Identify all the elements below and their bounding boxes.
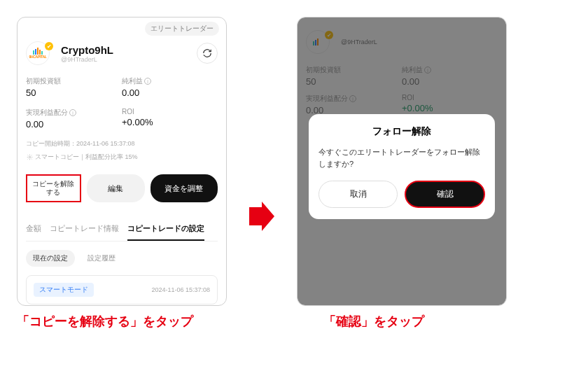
trader-name: Crypto9hL [61,44,113,56]
caption-left: 「コピーを解除する」をタップ [17,313,227,330]
adjust-funds-button[interactable]: 資金を調整 [150,174,218,202]
stat-label-realized: 実現利益配分 i [26,108,122,118]
tab-copy-settings[interactable]: コピートレードの設定 [127,218,204,241]
verified-icon: ✔ [45,42,53,50]
elite-trader-badge: エリートトレーダー [145,22,219,36]
tutorial-container: エリートトレーダー 9HCAPITAL ✔ Crypto9hL @9HTrade… [17,17,571,306]
svg-rect-1 [35,49,36,55]
stats-row-2: 実現利益配分 i 0.00 ROI +0.00% [26,108,218,130]
trader-handle: @9HTraderL [61,56,113,63]
card-timestamp: 2024-11-06 15:37:08 [151,286,210,293]
caption-right: 「確認」をタップ [323,313,533,330]
smart-copy-info: スマートコピー｜利益配分比率 15% [26,153,218,162]
phone-right: ✔ @9HTraderL 初期投資額50 純利益 i0.00 実現利益配分 i0… [297,17,507,306]
action-buttons: コピーを解除する 編集 資金を調整 [26,174,218,202]
main-tabs: 金額 コピートレード情報 コピートレードの設定 [26,218,218,241]
arrow-icon [249,202,274,234]
tab-copy-info[interactable]: コピートレード情報 [50,218,119,241]
unfollow-modal: フォロー解除 今すぐこのエリートトレーダーをフォロー解除しますか? 取消 確認 [309,114,495,219]
captions-row: 「コピーを解除する」をタップ 「確認」をタップ [17,313,571,330]
settings-card: スマートモード 2024-11-06 15:37:08 [26,275,218,304]
tab-amount[interactable]: 金額 [26,218,41,241]
stat-label-initial: 初期投資額 [26,76,122,86]
modal-body: 今すぐこのエリートトレーダーをフォロー解除しますか? [318,146,485,169]
modal-title: フォロー解除 [318,125,485,138]
stats-row-1: 初期投資額 50 純利益 i 0.00 [26,76,218,98]
stat-value-roi: +0.00% [122,117,218,127]
stat-value-realized: 0.00 [26,119,122,130]
refresh-icon [202,48,212,58]
stat-label-profit: 純利益 i [122,76,218,86]
trader-header: 9HCAPITAL ✔ Crypto9hL @9HTraderL [26,41,218,65]
edit-button[interactable]: 編集 [87,174,145,202]
modal-confirm-button[interactable]: 確認 [405,181,485,208]
subtab-current[interactable]: 現在の設定 [26,250,75,267]
stat-value-profit: 0.00 [122,88,218,98]
svg-rect-3 [39,50,41,55]
unfollow-copy-button[interactable]: コピーを解除する [26,174,81,202]
subtab-history[interactable]: 設定履歴 [80,250,122,267]
copy-start-time: コピー開始時期：2024-11-06 15:37:08 [26,139,218,148]
gear-icon [26,154,33,161]
svg-marker-6 [249,202,274,231]
svg-rect-2 [37,48,38,55]
phone-left: エリートトレーダー 9HCAPITAL ✔ Crypto9hL @9HTrade… [17,17,227,306]
stat-value-initial: 50 [26,88,122,98]
stat-label-roi: ROI [122,108,218,115]
info-icon[interactable]: i [144,78,151,85]
sub-tabs: 現在の設定 設定履歴 [26,250,218,267]
smart-mode-badge: スマートモード [34,283,94,297]
modal-cancel-button[interactable]: 取消 [318,181,398,208]
svg-point-5 [29,156,30,158]
info-icon[interactable]: i [69,109,76,116]
refresh-button[interactable] [197,43,218,64]
